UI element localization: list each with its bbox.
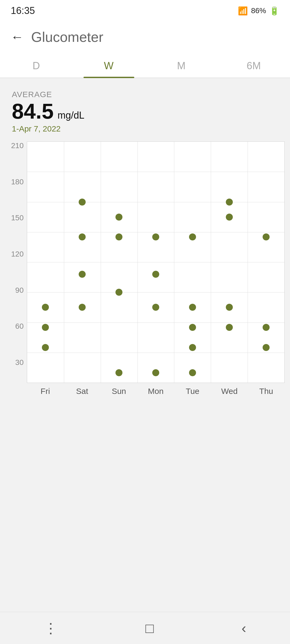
data-dot-16 (189, 324, 196, 331)
average-unit: mg/dL (57, 110, 84, 121)
nav-home-icon[interactable]: □ (146, 620, 154, 636)
data-dot-2 (42, 344, 49, 351)
y-label-120: 120 (11, 250, 24, 258)
grid-line-60 (27, 323, 284, 323)
y-label-90: 90 (15, 286, 24, 295)
tab-6m[interactable]: 6M (218, 53, 290, 78)
x-label-thu: Thu (248, 383, 285, 396)
wifi-icon: 📶 (238, 6, 248, 16)
data-dot-5 (79, 271, 86, 278)
data-dot-7 (115, 214, 122, 221)
grid-line-150 (27, 232, 284, 232)
status-bar: 16:35 📶 86% 🔋 (0, 0, 290, 21)
tab-d[interactable]: D (0, 53, 73, 78)
tab-m[interactable]: M (145, 53, 218, 78)
data-dot-13 (152, 304, 159, 311)
data-dot-4 (79, 233, 86, 240)
tab-bar: D W M 6M (0, 53, 290, 78)
data-dot-20 (226, 199, 233, 206)
data-dot-18 (189, 344, 196, 351)
nav-menu-icon[interactable]: ⋮ (44, 620, 58, 636)
data-dot-21 (226, 214, 233, 221)
x-label-tue: Tue (174, 383, 211, 396)
data-dot-15 (189, 233, 196, 240)
y-axis: 210 180 150 120 90 60 30 (5, 141, 27, 383)
chart-plot (27, 141, 285, 383)
average-date: 1-Apr 7, 2022 (12, 124, 278, 133)
y-label-180: 180 (11, 178, 24, 186)
x-label-sat: Sat (64, 383, 100, 396)
y-label-210: 210 (11, 141, 24, 150)
average-label: AVERAGE (12, 90, 278, 99)
x-label-wed: Wed (211, 383, 248, 396)
tab-w[interactable]: W (73, 53, 145, 78)
data-dot-19 (189, 369, 196, 376)
x-axis: Fri Sat Sun Mon Tue Wed Thu (27, 383, 285, 396)
grid-line-210 (27, 172, 284, 172)
battery-indicator: 86% (251, 6, 266, 15)
data-dot-17 (189, 304, 196, 311)
nav-back-icon[interactable]: ‹ (241, 620, 246, 636)
grid-line-30 (27, 353, 284, 353)
average-value: 84.5 (12, 99, 54, 123)
y-label-30: 30 (15, 358, 24, 367)
status-icons: 📶 86% 🔋 (238, 6, 279, 16)
x-label-fri: Fri (27, 383, 64, 396)
chart-container: 210 180 150 120 90 60 30 Fri Sat Sun Mon… (0, 139, 290, 396)
data-dot-1 (42, 324, 49, 331)
grid-line-90 (27, 292, 284, 292)
grid-line-120 (27, 262, 284, 262)
x-label-sun: Sun (100, 383, 137, 396)
data-dot-14 (152, 369, 159, 376)
back-button[interactable]: ← (11, 31, 24, 43)
data-dot-8 (115, 233, 122, 240)
status-time: 16:35 (11, 5, 35, 16)
data-dot-9 (115, 289, 122, 296)
page-title: Glucometer (31, 29, 103, 45)
average-section: AVERAGE 84.5 mg/dL 1-Apr 7, 2022 (0, 78, 290, 139)
x-label-mon: Mon (137, 383, 174, 396)
grid-line-180 (27, 202, 284, 202)
data-dot-3 (79, 199, 86, 206)
battery-icon: 🔋 (269, 6, 279, 16)
data-dot-0 (42, 304, 49, 311)
data-dot-24 (263, 233, 270, 240)
data-dot-12 (152, 271, 159, 278)
data-dot-6 (79, 304, 86, 311)
header: ← Glucometer (0, 21, 290, 53)
data-dot-10 (115, 369, 122, 376)
y-label-150: 150 (11, 214, 24, 222)
data-dot-25 (263, 324, 270, 331)
nav-bar: ⋮ □ ‹ (0, 612, 290, 644)
y-label-60: 60 (15, 322, 24, 331)
data-dot-22 (226, 304, 233, 311)
data-dot-26 (263, 344, 270, 351)
data-dot-11 (152, 233, 159, 240)
data-dot-23 (226, 324, 233, 331)
